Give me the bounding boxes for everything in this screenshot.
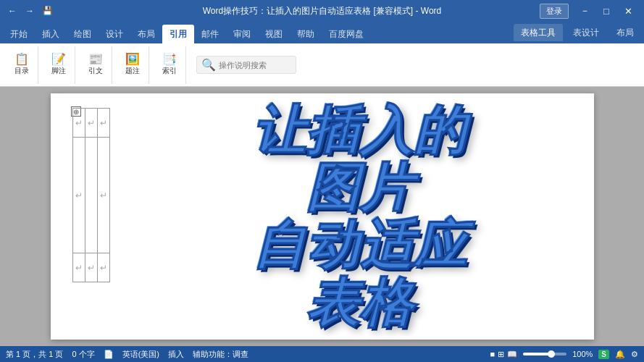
tab-layout[interactable]: 布局	[130, 25, 162, 43]
forward-button[interactable]: →	[23, 4, 36, 17]
tab-draw[interactable]: 绘图	[67, 25, 99, 43]
ribbon-group-footnote: 📝 脚注	[43, 46, 75, 84]
table-cell: ↵	[72, 253, 85, 282]
table-tools-label: 表格工具	[514, 24, 563, 41]
window-title: Word操作技巧：让插入的图片自动适应表格 [兼容模式] - Word	[203, 5, 442, 17]
table-cell: ↵	[85, 253, 97, 282]
tab-baidu[interactable]: 百度网盘	[322, 25, 371, 43]
footnote-icon: 📝	[51, 54, 66, 65]
tab-table-design[interactable]: 表设计	[566, 23, 606, 42]
zoom-slider-fill	[523, 353, 549, 355]
table-cell: ↵	[72, 138, 85, 253]
document-area: ⊕ ↵ ↵ ↵ ↵ ↵ ↵ ↵ ↵ 让插入的 图片 自动适应 表格	[0, 87, 644, 346]
zoom-controls: ■ ⊞ 📖	[490, 350, 518, 359]
table-row: ↵ ↵ ↵	[72, 253, 109, 282]
table-cell: ↵	[72, 109, 85, 138]
paragraph-mark: ↵	[73, 188, 85, 203]
ribbon-item-toc[interactable]: 📋 目录	[12, 52, 32, 77]
ribbon-item-footnote[interactable]: 📝 脚注	[49, 52, 69, 77]
search-bar[interactable]: 🔍	[196, 56, 296, 74]
ribbon-group-index: 📑 索引	[154, 46, 186, 84]
settings-icon[interactable]: ⚙	[631, 350, 638, 359]
save-button[interactable]: 💾	[41, 4, 54, 17]
cite-icon: 📰	[88, 54, 103, 65]
page-count: 第 1 页，共 1 页	[6, 349, 63, 360]
ribbon-item-cite[interactable]: 📰 引文	[85, 52, 106, 77]
paragraph-mark: ↵	[85, 116, 97, 130]
word-table: ↵ ↵ ↵ ↵ ↵ ↵ ↵ ↵	[72, 108, 110, 282]
close-button[interactable]: ✕	[618, 4, 638, 18]
title-bar-left: ← → 💾	[6, 4, 54, 17]
insert-mode: 插入	[168, 349, 184, 360]
table-cell: ↵	[97, 109, 109, 138]
ribbon-item-caption[interactable]: 🖼️ 题注	[122, 52, 143, 77]
search-input[interactable]	[219, 61, 291, 70]
ribbon-content: 📋 目录 📝 脚注 📰 引文 🖼️ 题注	[0, 43, 644, 87]
toc-icon: 📋	[14, 54, 29, 65]
zoom-level: 100%	[572, 350, 593, 358]
minimize-button[interactable]: －	[574, 4, 595, 18]
ribbon-group-caption: 🖼️ 题注	[117, 46, 149, 84]
ribbon-group-cite: 📰 引文	[80, 46, 112, 84]
table-tools-tabs: 表格工具 表设计 布局	[514, 23, 641, 43]
title-bar: ← → 💾 Word操作技巧：让插入的图片自动适应表格 [兼容模式] - Wor…	[0, 0, 644, 22]
word-count: 0 个字	[72, 349, 94, 360]
accessibility-status[interactable]: 辅助功能：调查	[193, 349, 248, 360]
table-row: ↵ ↵ ↵	[72, 109, 109, 138]
tab-review[interactable]: 审阅	[226, 25, 258, 43]
wps-logo: S	[598, 350, 609, 359]
tab-insert[interactable]: 插入	[35, 25, 67, 43]
ribbon-group-toc: 📋 目录	[6, 46, 38, 84]
paragraph-mark: ↵	[98, 188, 109, 203]
tab-help[interactable]: 帮助	[290, 25, 322, 43]
tab-view[interactable]: 视图	[258, 25, 290, 43]
view-mode-read[interactable]: 📖	[507, 350, 517, 359]
table-cell: ↵	[97, 138, 109, 253]
paragraph-mark: ↵	[73, 261, 85, 275]
status-bar-right: ■ ⊞ 📖 100% S 🔔 ⚙	[490, 350, 638, 359]
status-bar: 第 1 页，共 1 页 0 个字 📄 英语(美国) 插入 辅助功能：调查 ■ ⊞…	[0, 346, 644, 362]
back-button[interactable]: ←	[6, 4, 19, 17]
search-icon: 🔍	[201, 58, 216, 72]
zoom-slider[interactable]	[523, 353, 566, 355]
index-icon: 📑	[162, 54, 177, 65]
table-cell: ↵	[97, 253, 109, 282]
table-row: ↵ ↵	[72, 138, 109, 253]
tab-mail[interactable]: 邮件	[194, 25, 226, 43]
ribbon-tabs-bar: 开始 插入 绘图 设计 布局 引用 邮件 审阅 视图 帮助 百度网盘 表格工具 …	[0, 22, 644, 43]
language-indicator: 英语(美国)	[122, 349, 159, 360]
document-page: ⊕ ↵ ↵ ↵ ↵ ↵ ↵ ↵ ↵ 让插入的 图片 自动适应 表格	[51, 93, 594, 340]
ribbon-item-index[interactable]: 📑 索引	[159, 52, 180, 77]
paragraph-mark: ↵	[98, 116, 109, 130]
notification-icon[interactable]: 🔔	[615, 350, 625, 359]
table-cell: ↵	[85, 109, 97, 138]
document-icon: 📄	[104, 350, 114, 359]
caption-icon: 🖼️	[125, 54, 140, 65]
view-mode-print[interactable]: ■	[490, 350, 495, 358]
tab-design[interactable]: 设计	[99, 25, 130, 43]
hero-title-text: 让插入的 图片 自动适应 表格	[253, 102, 467, 332]
tab-table-layout[interactable]: 布局	[609, 23, 641, 42]
paragraph-mark: ↵	[98, 261, 109, 275]
table-cell	[85, 138, 97, 253]
paragraph-mark: ↵	[85, 261, 97, 275]
zoom-slider-thumb[interactable]	[548, 350, 555, 358]
login-button[interactable]: 登录	[540, 4, 569, 19]
tab-home[interactable]: 开始	[3, 25, 35, 43]
paragraph-mark: ↵	[73, 116, 85, 130]
restore-button[interactable]: □	[596, 4, 616, 18]
view-mode-web[interactable]: ⊞	[498, 350, 504, 359]
title-bar-right: 登录 － □ ✕	[540, 4, 638, 19]
tab-reference[interactable]: 引用	[162, 25, 194, 43]
